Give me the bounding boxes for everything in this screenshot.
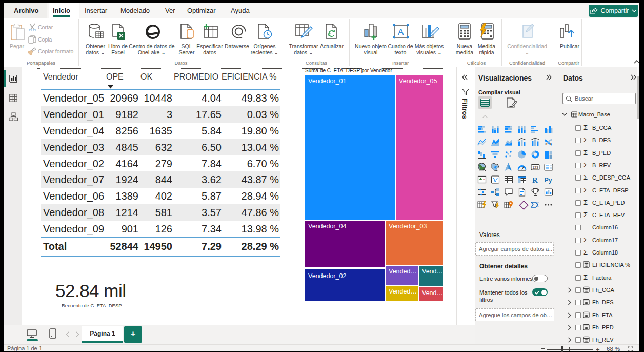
svg-text:R: R — [532, 176, 538, 184]
svg-text:123: 123 — [532, 166, 538, 169]
svg-text:A: A — [398, 27, 404, 37]
svg-text:Py: Py — [545, 177, 552, 184]
